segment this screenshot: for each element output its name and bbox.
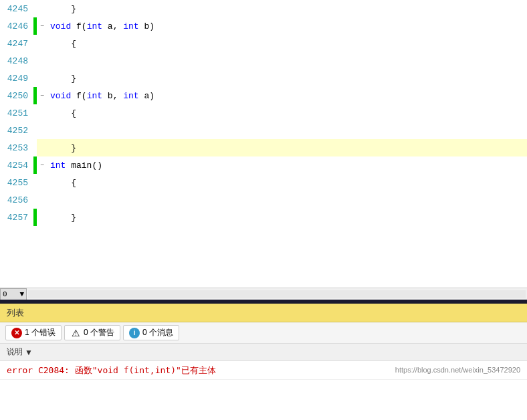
collapse-4247 <box>37 35 47 52</box>
code-line-4245: 4245 } <box>0 0 527 17</box>
code-content-4246: void f(int a, int b) <box>47 17 527 35</box>
warning-count-badge[interactable]: ⚠ 0 个警告 <box>64 325 120 340</box>
column-sort-arrow: ▼ <box>25 348 33 357</box>
scroll-dropdown[interactable]: 0 ▼ <box>0 288 27 300</box>
collapse-4256 <box>37 191 47 209</box>
line-number-4255: 4255 <box>0 174 33 191</box>
collapse-4248 <box>37 52 47 70</box>
line-number-4252: 4252 <box>0 122 33 139</box>
warning-count-label: 0 个警告 <box>84 327 114 338</box>
watermark: https://blog.csdn.net/weixin_53472920 <box>395 366 520 374</box>
code-line-4251: 4251 { <box>0 104 527 122</box>
scrollbar-track[interactable] <box>28 290 526 298</box>
info-circle-icon: i <box>129 328 140 338</box>
error-count-badge[interactable]: ✕ 1 个错误 <box>5 325 62 340</box>
code-content-4251: { <box>47 104 527 122</box>
code-line-4257: 4257 } <box>0 209 527 226</box>
code-content-4255: { <box>47 174 527 191</box>
error-toolbar: ✕ 1 个错误 ⚠ 0 个警告 i 0 个消息 <box>0 322 527 344</box>
code-line-4256: 4256 <box>0 191 527 209</box>
error-list-header: 说明 ▼ <box>0 344 527 361</box>
code-line-4248: 4248 <box>0 52 527 70</box>
line-number-4256: 4256 <box>0 191 33 209</box>
code-line-4255: 4255 { <box>0 174 527 191</box>
error-count-label: 1 个错误 <box>25 327 56 338</box>
info-count-label: 0 个消息 <box>142 327 173 338</box>
scroll-value: 0 <box>3 290 7 298</box>
line-number-4253: 4253 <box>0 139 33 156</box>
error-panel: 列表 ✕ 1 个错误 ⚠ 0 个警告 i 0 个消息 说明 ▼ error C2… <box>0 300 527 420</box>
line-number-4247: 4247 <box>0 35 33 52</box>
line-number-4251: 4251 <box>0 104 33 122</box>
line-number-4246: 4246 <box>0 17 33 35</box>
code-line-4250: 4250 − void f(int b, int a) <box>0 87 527 104</box>
collapse-4257 <box>37 209 47 226</box>
code-content-4252 <box>47 122 527 139</box>
line-number-4245: 4245 <box>0 0 33 17</box>
code-content-4247: { <box>47 35 527 52</box>
error-circle-icon: ✕ <box>11 328 22 338</box>
code-area: 4245 } 4246 − void f(int a, int b) 4247 … <box>0 0 527 288</box>
line-number-4254: 4254 <box>0 156 33 174</box>
line-number-4257: 4257 <box>0 209 33 226</box>
line-number-4248: 4248 <box>0 52 33 70</box>
error-row-1[interactable]: error C2084: 函数"void f(int,int)"已有主体 htt… <box>0 361 527 380</box>
collapse-4255 <box>37 174 47 191</box>
code-editor: 4245 } 4246 − void f(int a, int b) 4247 … <box>0 0 527 300</box>
code-line-4249: 4249 } <box>0 70 527 87</box>
code-content-4248 <box>47 52 527 70</box>
code-content-4254: int main() <box>47 156 527 174</box>
collapse-btn-4250[interactable]: − <box>37 87 47 104</box>
info-count-badge[interactable]: i 0 个消息 <box>123 325 179 340</box>
collapse-4245 <box>37 0 47 17</box>
code-line-4246: 4246 − void f(int a, int b) <box>0 17 527 35</box>
description-column-header[interactable]: 说明 ▼ <box>7 346 33 358</box>
collapse-4251 <box>37 104 47 122</box>
code-content-4257: } <box>47 209 527 226</box>
collapse-4249 <box>37 70 47 87</box>
line-number-4250: 4250 <box>0 87 33 104</box>
error-panel-title: 列表 <box>7 307 24 319</box>
code-content-4253: } <box>47 139 527 156</box>
collapse-btn-4254[interactable]: − <box>37 156 47 174</box>
code-line-4247: 4247 { <box>0 35 527 52</box>
warning-triangle-icon: ⚠ <box>70 328 81 338</box>
collapse-4253 <box>37 139 47 156</box>
code-content-4250: void f(int b, int a) <box>47 87 527 104</box>
error-panel-header: 列表 <box>0 304 527 322</box>
code-line-4253: 4253 } <box>0 139 527 156</box>
description-column-label: 说明 <box>7 346 23 358</box>
code-line-4254: 4254 − int main() <box>0 156 527 174</box>
code-line-4252: 4252 <box>0 122 527 139</box>
scroll-arrow: ▼ <box>19 290 24 298</box>
collapse-btn-4246[interactable]: − <box>37 17 47 35</box>
horizontal-scrollbar[interactable]: 0 ▼ <box>0 288 527 300</box>
collapse-4252 <box>37 122 47 139</box>
code-content-4249: } <box>47 70 527 87</box>
code-content-4245: } <box>47 0 527 17</box>
code-content-4256 <box>47 191 527 209</box>
line-number-4249: 4249 <box>0 70 33 87</box>
